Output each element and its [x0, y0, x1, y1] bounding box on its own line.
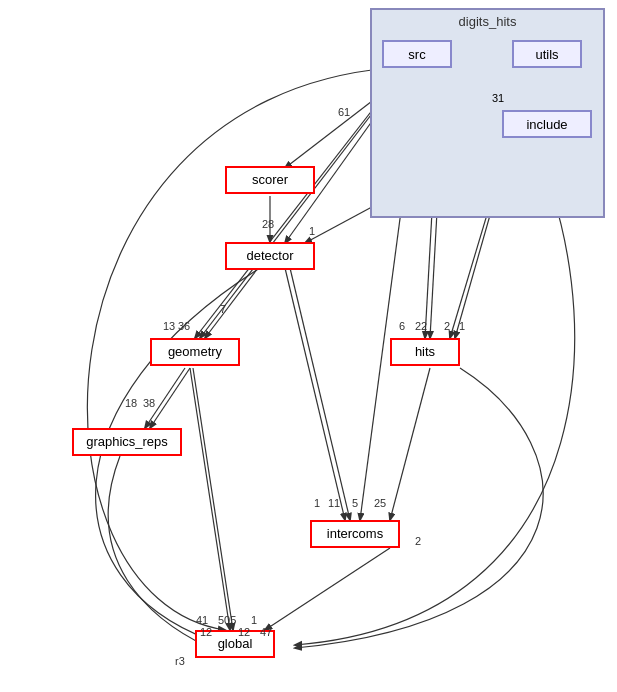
include-node[interactable]: include: [502, 110, 592, 138]
label-36: 36: [178, 320, 190, 332]
label-18: 18: [125, 397, 137, 409]
svg-line-18: [190, 368, 230, 630]
label-r3: r3: [175, 655, 185, 667]
intercoms-label: intercoms: [327, 526, 383, 541]
include-label: include: [526, 117, 567, 132]
graphics-reps-node[interactable]: graphics_reps: [72, 428, 182, 456]
label-12-geo: 12: [238, 626, 250, 638]
label-11-det-int: 11: [328, 497, 340, 509]
label-47: 47: [260, 626, 272, 638]
label-1-det-global: 1: [251, 614, 257, 626]
label-38: 38: [143, 397, 155, 409]
label-7-det-geo: 7: [220, 303, 226, 315]
svg-line-17: [265, 548, 390, 630]
digits-hits-label: digits_hits: [372, 10, 603, 33]
scorer-label: scorer: [252, 172, 288, 187]
label-1-src-int: 1: [314, 497, 320, 509]
label-6: 6: [399, 320, 405, 332]
label-41: 41: [196, 614, 208, 626]
hits-label: hits: [415, 344, 435, 359]
src-node[interactable]: src: [382, 40, 452, 68]
svg-line-13: [285, 268, 345, 520]
label-2-int-global: 2: [415, 535, 421, 547]
scorer-node[interactable]: scorer: [225, 166, 315, 194]
diagram-container: digits_hits src utils include 31 scorer …: [0, 0, 617, 692]
label-505: 505: [218, 614, 236, 626]
label-61: 61: [338, 106, 350, 118]
label-31: 31: [492, 92, 504, 104]
label-22: 22: [415, 320, 427, 332]
geometry-label: geometry: [168, 344, 222, 359]
label-5-det-int: 5: [352, 497, 358, 509]
svg-line-19: [193, 368, 233, 630]
utils-node[interactable]: utils: [512, 40, 582, 68]
utils-label: utils: [535, 47, 558, 62]
svg-line-12: [150, 368, 190, 428]
graphics-reps-label: graphics_reps: [86, 434, 168, 449]
svg-line-6: [205, 268, 258, 338]
label-1-inc-hits: 1: [459, 320, 465, 332]
digits-hits-container: digits_hits src utils include 31: [370, 8, 605, 218]
label-2-inc-hits: 2: [444, 320, 450, 332]
label-12-src: 12: [200, 626, 212, 638]
label-include-detector: 1: [309, 225, 315, 237]
svg-line-14: [290, 268, 350, 520]
detector-node[interactable]: detector: [225, 242, 315, 270]
src-label: src: [408, 47, 425, 62]
detector-label: detector: [247, 248, 294, 263]
label-25-hits-int: 25: [374, 497, 386, 509]
label-13: 13: [163, 320, 175, 332]
intercoms-node[interactable]: intercoms: [310, 520, 400, 548]
hits-node[interactable]: hits: [390, 338, 460, 366]
global-label: global: [218, 636, 253, 651]
label-28: 28: [262, 218, 274, 230]
geometry-node[interactable]: geometry: [150, 338, 240, 366]
svg-line-16: [390, 368, 430, 520]
